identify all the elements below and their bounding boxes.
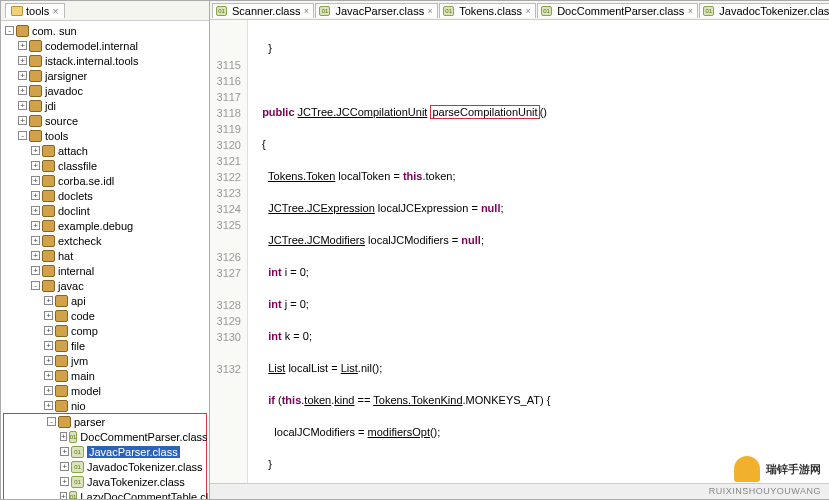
expand-icon[interactable]: +	[60, 447, 69, 456]
tree-node[interactable]: + doclets	[1, 188, 209, 203]
tree-node-label: file	[71, 340, 85, 352]
expand-icon[interactable]: +	[18, 101, 27, 110]
explorer-tabbar: tools ×	[1, 1, 209, 21]
expand-icon[interactable]: +	[18, 41, 27, 50]
tree-node-label: internal	[58, 265, 94, 277]
tree-node[interactable]: + jvm	[1, 353, 209, 368]
expand-icon[interactable]: +	[44, 311, 53, 320]
tree-node[interactable]: + attach	[1, 143, 209, 158]
tree-node[interactable]: - com. sun	[1, 23, 209, 38]
expand-icon[interactable]: +	[60, 432, 67, 441]
expand-icon[interactable]: +	[18, 116, 27, 125]
tree-node[interactable]: + JavadocTokenizer.class	[4, 459, 206, 474]
tree-node[interactable]: - javac	[1, 278, 209, 293]
expand-icon[interactable]: -	[47, 417, 56, 426]
expand-icon[interactable]: +	[31, 176, 40, 185]
expand-icon[interactable]: +	[44, 341, 53, 350]
expand-icon[interactable]: +	[31, 191, 40, 200]
expand-icon[interactable]: +	[18, 56, 27, 65]
editor-tabbar: Scanner.class × JavacParser.class × Toke…	[210, 1, 829, 20]
expand-icon[interactable]: +	[44, 326, 53, 335]
expand-icon[interactable]: +	[31, 266, 40, 275]
editor-body: 3115311631173118311931203121312231233124…	[210, 20, 829, 499]
tree-node[interactable]: + api	[1, 293, 209, 308]
tree-node[interactable]: + LazyDocCommentTable.class	[4, 489, 206, 499]
cls-icon	[69, 431, 78, 443]
pkg-icon	[55, 325, 68, 337]
close-icon[interactable]: ×	[302, 5, 310, 16]
explorer-tab[interactable]: tools ×	[5, 3, 65, 18]
tree-node[interactable]: - tools	[1, 128, 209, 143]
editor-tab[interactable]: Scanner.class ×	[212, 3, 314, 18]
close-icon[interactable]: ×	[524, 5, 532, 16]
class-icon	[703, 6, 714, 16]
editor-tab[interactable]: Tokens.class ×	[439, 3, 536, 18]
line-number: 3121	[210, 153, 241, 169]
expand-icon[interactable]: -	[31, 281, 40, 290]
editor-panel: Scanner.class × JavacParser.class × Toke…	[210, 0, 829, 500]
tree-node[interactable]: + internal	[1, 263, 209, 278]
pkg-icon	[42, 220, 55, 232]
close-icon[interactable]: ×	[52, 5, 58, 17]
tree-node[interactable]: + code	[1, 308, 209, 323]
tree-node[interactable]: + JavaTokenizer.class	[4, 474, 206, 489]
line-number: 3118	[210, 105, 241, 121]
tree-node[interactable]: + istack.internal.tools	[1, 53, 209, 68]
tree-node[interactable]: + nio	[1, 398, 209, 413]
expand-icon[interactable]: +	[31, 251, 40, 260]
tree-node[interactable]: + jarsigner	[1, 68, 209, 83]
tree-node[interactable]: + hat	[1, 248, 209, 263]
tree-node[interactable]: + codemodel.internal	[1, 38, 209, 53]
code-area[interactable]: } public JCTree.JCCompilationUnit parseC…	[248, 20, 829, 499]
line-number	[210, 281, 241, 297]
expand-icon[interactable]: +	[44, 356, 53, 365]
package-tree[interactable]: - com. sun + codemodel.internal + istack…	[1, 21, 209, 499]
expand-icon[interactable]: +	[18, 71, 27, 80]
expand-icon[interactable]: +	[44, 371, 53, 380]
tree-node[interactable]: + model	[1, 383, 209, 398]
tree-node[interactable]: + source	[1, 113, 209, 128]
pkg-icon	[42, 190, 55, 202]
tree-node[interactable]: + comp	[1, 323, 209, 338]
tree-node[interactable]: + extcheck	[1, 233, 209, 248]
expand-icon[interactable]: +	[44, 386, 53, 395]
expand-icon[interactable]: +	[31, 161, 40, 170]
editor-tab[interactable]: JavadocTokenizer.class ×	[699, 3, 829, 18]
editor-tab[interactable]: JavacParser.class ×	[315, 3, 438, 18]
pkg-icon	[42, 145, 55, 157]
tree-node-label: codemodel.internal	[45, 40, 138, 52]
expand-icon[interactable]: +	[44, 401, 53, 410]
tree-node[interactable]: - parser	[4, 414, 206, 429]
expand-icon[interactable]: +	[31, 146, 40, 155]
expand-icon[interactable]: +	[60, 492, 67, 499]
tree-node-label: code	[71, 310, 95, 322]
expand-icon[interactable]: +	[31, 221, 40, 230]
close-icon[interactable]: ×	[686, 5, 694, 16]
tree-node[interactable]: + jdi	[1, 98, 209, 113]
tree-node[interactable]: + javadoc	[1, 83, 209, 98]
expand-icon[interactable]: +	[31, 206, 40, 215]
tree-node[interactable]: + file	[1, 338, 209, 353]
tree-node[interactable]: + JavacParser.class	[4, 444, 206, 459]
code-line: JCTree.JCExpression localJCExpression = …	[256, 200, 829, 216]
expand-icon[interactable]: +	[44, 296, 53, 305]
tree-node[interactable]: + main	[1, 368, 209, 383]
tree-node[interactable]: + DocCommentParser.class	[4, 429, 206, 444]
tree-node[interactable]: + corba.se.idl	[1, 173, 209, 188]
tree-node[interactable]: + doclint	[1, 203, 209, 218]
tree-node-label: javac	[58, 280, 84, 292]
expand-icon[interactable]: +	[60, 462, 69, 471]
expand-icon[interactable]: +	[18, 86, 27, 95]
pkg-icon	[29, 85, 42, 97]
pkg-icon	[42, 250, 55, 262]
tree-node[interactable]: + example.debug	[1, 218, 209, 233]
expand-icon[interactable]: -	[18, 131, 27, 140]
tree-node[interactable]: + classfile	[1, 158, 209, 173]
editor-tab[interactable]: DocCommentParser.class ×	[537, 3, 698, 18]
expand-icon[interactable]: +	[31, 236, 40, 245]
class-icon	[541, 6, 552, 16]
close-icon[interactable]: ×	[426, 5, 434, 16]
expand-icon[interactable]: -	[5, 26, 14, 35]
pkg-icon	[16, 25, 29, 37]
expand-icon[interactable]: +	[60, 477, 69, 486]
